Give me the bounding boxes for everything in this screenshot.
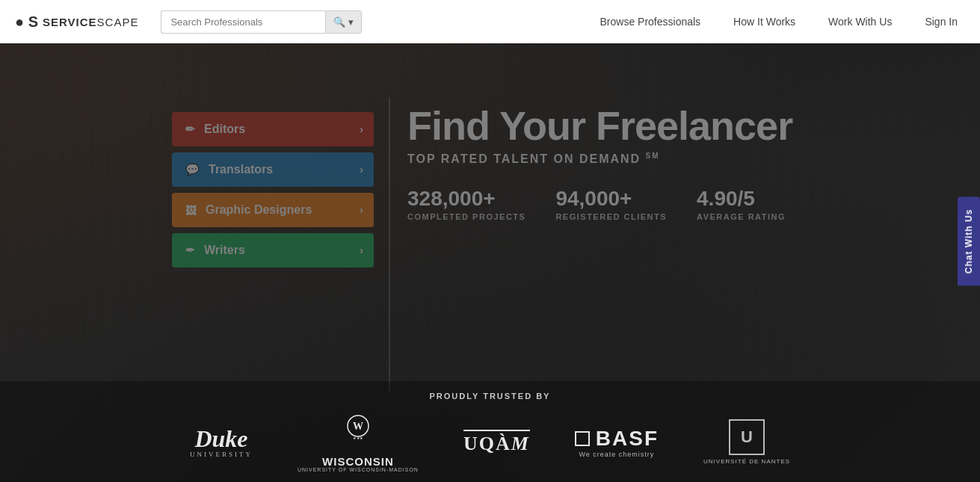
nav-links: Browse Professionals How It Works Work W…	[583, 16, 965, 28]
uqam-bar	[463, 430, 530, 431]
basf-square-icon	[575, 431, 590, 446]
nav-browse-professionals[interactable]: Browse Professionals	[583, 16, 717, 28]
nav-how-it-works[interactable]: How It Works	[717, 16, 812, 28]
basf-sub: We create chemistry	[579, 451, 654, 458]
chat-widget[interactable]: Chat With Us	[958, 197, 980, 285]
basf-name: BASF	[575, 427, 659, 451]
trusted-section: PROUDLY TRUSTED BY Duke UNIVERSITY W ★★★…	[0, 381, 980, 482]
nantes-u-letter: U	[741, 427, 753, 447]
search-button[interactable]: 🔍 ▾	[325, 10, 362, 34]
svg-text:★★★: ★★★	[353, 436, 363, 440]
logo-wisconsin: W ★★★ WISCONSIN UNIVERSITY OF WISCONSIN-…	[298, 413, 419, 472]
logo-s-icon: ● S	[15, 13, 38, 31]
trusted-label: PROUDLY TRUSTED BY	[430, 392, 551, 401]
logo-nantes: U UNIVERSITÉ DE NANTES	[703, 419, 790, 465]
nav-work-with-us[interactable]: Work With Us	[812, 16, 908, 28]
uqam-name: UQÀM	[463, 433, 530, 455]
trusted-logos: Duke UNIVERSITY W ★★★ WISCONSIN UNIVERSI…	[190, 413, 790, 472]
logo-text: SERVICESCAPE	[43, 16, 138, 28]
search-area: 🔍 ▾	[161, 10, 362, 34]
search-input[interactable]	[161, 10, 325, 34]
nantes-box-icon: U	[729, 419, 765, 455]
navbar: ● S SERVICESCAPE 🔍 ▾ Browse Professional…	[0, 0, 980, 43]
duke-name: Duke	[190, 427, 253, 451]
logo-uqam: UQÀM	[463, 430, 530, 455]
wisconsin-badge-icon: W ★★★	[342, 413, 375, 451]
svg-text:W: W	[353, 421, 363, 432]
wisconsin-name: WISCONSIN	[298, 456, 419, 467]
duke-sub: UNIVERSITY	[190, 451, 253, 458]
nantes-sub: UNIVERSITÉ DE NANTES	[703, 458, 790, 465]
nav-sign-in[interactable]: Sign In	[908, 16, 965, 28]
logo-duke: Duke UNIVERSITY	[190, 427, 253, 458]
logo[interactable]: ● S SERVICESCAPE	[15, 13, 138, 31]
search-icon: 🔍	[333, 16, 345, 28]
search-dropdown-arrow: ▾	[348, 16, 354, 28]
wisconsin-sub: UNIVERSITY OF WISCONSIN-MADISON	[298, 467, 419, 472]
hero-section: ✏ Editors › 💬 Translators › 🖼 Graphic De…	[0, 0, 980, 482]
logo-basf: BASF We create chemistry	[575, 427, 659, 458]
